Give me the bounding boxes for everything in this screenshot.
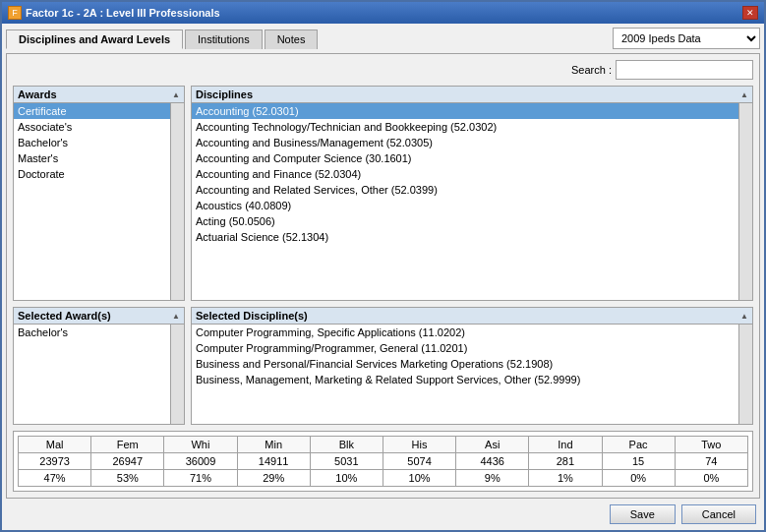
col-header-fem: Fem xyxy=(91,437,164,453)
list-item[interactable]: Accounting and Business/Management (52.0… xyxy=(192,135,738,150)
col-header-his: His xyxy=(383,437,455,453)
col-header-pac: Pac xyxy=(602,437,675,453)
selected-disciplines-sort-icon: ▲ xyxy=(740,312,748,321)
cell-his-pct: 10% xyxy=(383,470,455,487)
cell-ind-count: 281 xyxy=(529,453,602,470)
main-content: Disciplines and Award Levels Institution… xyxy=(2,24,764,530)
list-item[interactable]: Master's xyxy=(14,150,170,166)
content-panel: Search : Awards ▲ Certificate Associate'… xyxy=(6,53,760,499)
awards-items-area: Certificate Associate's Bachelor's Maste… xyxy=(14,103,170,300)
save-button[interactable]: Save xyxy=(610,504,676,524)
col-header-mal: Mal xyxy=(19,437,91,453)
selected-row: Selected Award(s) ▲ Bachelor's Selected … xyxy=(13,307,753,425)
cell-pac-count: 15 xyxy=(602,453,675,470)
cancel-button[interactable]: Cancel xyxy=(681,504,756,524)
cell-asi-pct: 9% xyxy=(456,470,529,487)
disciplines-header-label: Disciplines xyxy=(196,89,253,100)
cell-mal-pct: 47% xyxy=(19,470,91,487)
cell-min-pct: 29% xyxy=(237,470,310,487)
awards-header: Awards ▲ xyxy=(14,87,184,103)
tabs-container: Disciplines and Award Levels Institution… xyxy=(6,30,320,49)
list-item[interactable]: Associate's xyxy=(14,119,170,135)
cell-pac-pct: 0% xyxy=(602,470,675,487)
selected-awards-label: Selected Award(s) xyxy=(18,310,111,322)
list-item[interactable]: Bachelor's xyxy=(14,135,170,150)
table-row: 23973 26947 36009 14911 5031 5074 4436 2… xyxy=(19,453,748,470)
list-item[interactable]: Computer Programming/Programmer, General… xyxy=(192,340,738,356)
list-item[interactable]: Accounting and Finance (52.0304) xyxy=(192,166,738,182)
list-item[interactable]: Business, Management, Marketing & Relate… xyxy=(192,372,738,387)
close-button[interactable]: ✕ xyxy=(742,6,758,20)
list-item[interactable]: Accounting and Computer Science (30.1601… xyxy=(192,150,738,166)
selected-awards-scrollbar[interactable] xyxy=(170,325,184,424)
list-item[interactable]: Computer Programming, Specific Applicati… xyxy=(192,325,738,340)
cell-blk-count: 5031 xyxy=(310,453,383,470)
disciplines-scrollbar[interactable] xyxy=(738,103,752,300)
cell-ind-pct: 1% xyxy=(529,470,602,487)
awards-disciplines-row: Awards ▲ Certificate Associate's Bachelo… xyxy=(13,86,753,301)
search-row: Search : xyxy=(13,60,753,80)
selected-disciplines-label: Selected Discipline(s) xyxy=(196,310,308,322)
selected-disciplines-list: Selected Discipline(s) ▲ Computer Progra… xyxy=(191,307,753,425)
cell-mal-count: 23973 xyxy=(19,453,91,470)
list-item[interactable]: Accounting Technology/Technician and Boo… xyxy=(192,119,738,135)
main-window: F Factor 1c - 2A : Level III Professiona… xyxy=(0,0,766,532)
list-item[interactable]: Certificate xyxy=(14,103,170,119)
col-header-min: Min xyxy=(237,437,310,453)
awards-list: Awards ▲ Certificate Associate's Bachelo… xyxy=(13,86,185,301)
awards-sort-icon: ▲ xyxy=(172,90,180,99)
list-item[interactable]: Accounting and Related Services, Other (… xyxy=(192,182,738,198)
cell-min-count: 14911 xyxy=(237,453,310,470)
cell-whi-count: 36009 xyxy=(164,453,237,470)
search-label: Search : xyxy=(571,64,612,76)
list-item[interactable]: Bachelor's xyxy=(14,325,170,340)
search-input[interactable] xyxy=(616,60,753,80)
cell-two-pct: 0% xyxy=(675,470,747,487)
cell-fem-count: 26947 xyxy=(91,453,164,470)
disciplines-header: Disciplines ▲ xyxy=(192,87,752,103)
cell-two-count: 74 xyxy=(675,453,747,470)
cell-blk-pct: 10% xyxy=(310,470,383,487)
cell-his-count: 5074 xyxy=(383,453,455,470)
selected-awards-list: Selected Award(s) ▲ Bachelor's xyxy=(13,307,185,425)
col-header-ind: Ind xyxy=(529,437,602,453)
cell-whi-pct: 71% xyxy=(164,470,237,487)
selected-awards-items: Bachelor's xyxy=(14,325,170,424)
bottom-buttons: Save Cancel xyxy=(6,499,760,526)
awards-scrollbar[interactable] xyxy=(170,103,184,300)
selected-awards-sort-icon: ▲ xyxy=(172,312,180,321)
awards-header-label: Awards xyxy=(18,89,57,100)
tabs-row: Disciplines and Award Levels Institution… xyxy=(6,28,760,49)
table-row: 47% 53% 71% 29% 10% 10% 9% 1% 0% 0% xyxy=(19,470,748,487)
col-header-whi: Whi xyxy=(164,437,237,453)
list-item[interactable]: Accounting (52.0301) xyxy=(192,103,738,119)
list-item[interactable]: Actuarial Science (52.1304) xyxy=(192,229,738,245)
col-header-asi: Asi xyxy=(456,437,529,453)
list-item[interactable]: Acting (50.0506) xyxy=(192,213,738,229)
cell-asi-count: 4436 xyxy=(456,453,529,470)
disciplines-items-area: Accounting (52.0301) Accounting Technolo… xyxy=(192,103,738,300)
col-header-blk: Blk xyxy=(310,437,383,453)
list-item[interactable]: Doctorate xyxy=(14,166,170,182)
disciplines-list: Disciplines ▲ Accounting (52.0301) Accou… xyxy=(191,86,753,301)
window-title: Factor 1c - 2A : Level III Professionals xyxy=(26,7,220,19)
selected-disciplines-header: Selected Discipline(s) ▲ xyxy=(192,308,752,325)
stats-table: Mal Fem Whi Min Blk His Asi Ind Pac Two xyxy=(18,436,748,487)
tab-disciplines[interactable]: Disciplines and Award Levels xyxy=(6,30,183,49)
disciplines-sort-icon: ▲ xyxy=(740,90,748,99)
selected-disciplines-items: Computer Programming, Specific Applicati… xyxy=(192,325,738,424)
app-icon: F xyxy=(8,6,22,20)
selected-disciplines-scrollbar[interactable] xyxy=(738,325,752,424)
col-header-two: Two xyxy=(675,437,747,453)
stats-panel: Mal Fem Whi Min Blk His Asi Ind Pac Two xyxy=(13,431,753,492)
tab-notes[interactable]: Notes xyxy=(265,30,319,49)
selected-awards-header: Selected Award(s) ▲ xyxy=(14,308,184,325)
dropdown-row: 2009 Ipeds Data2008 Ipeds Data2007 Ipeds… xyxy=(613,28,760,49)
list-item[interactable]: Business and Personal/Financial Services… xyxy=(192,356,738,372)
tab-institutions[interactable]: Institutions xyxy=(185,30,263,49)
cell-fem-pct: 53% xyxy=(91,470,164,487)
title-bar: F Factor 1c - 2A : Level III Professiona… xyxy=(2,2,764,24)
data-source-dropdown[interactable]: 2009 Ipeds Data2008 Ipeds Data2007 Ipeds… xyxy=(613,28,760,49)
list-item[interactable]: Acoustics (40.0809) xyxy=(192,198,738,213)
